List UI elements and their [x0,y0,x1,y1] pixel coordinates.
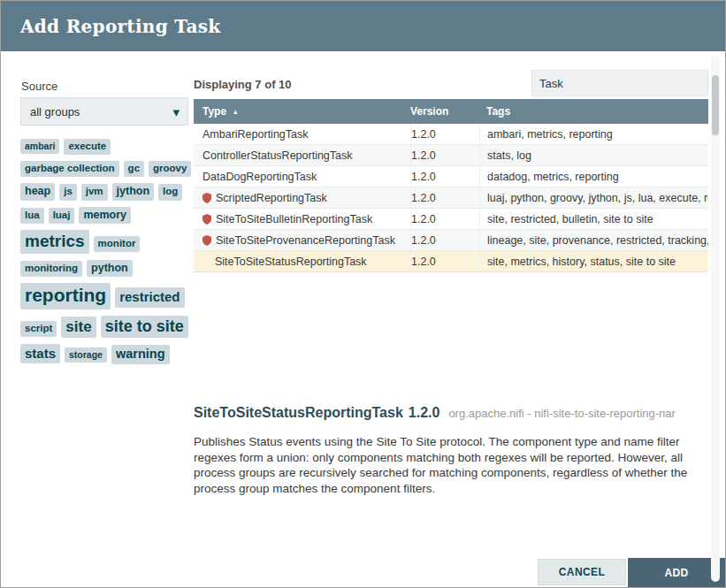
dialog-title: Add Reporting Task [20,16,220,37]
tag-cloud-tag[interactable]: memory [79,207,131,224]
column-header-tags: Tags [479,105,708,118]
type-cell: SiteToSiteStatusReportingTask [194,251,410,271]
tag-cloud-tag[interactable]: stats [20,344,60,363]
selected-group-label: all groups [30,105,80,118]
add-reporting-task-dialog: Add Reporting Task Source all groups ▾ a… [0,0,726,588]
tag-cloud-tag[interactable]: python [87,260,133,277]
type-name: SiteToSiteBulletinReportingTask [216,213,372,225]
table-row[interactable]: ScriptedReportingTask 1.2.0 luaj, python… [194,187,708,209]
tag-cloud-tag[interactable]: log [158,184,182,200]
version-cell: 1.2.0 [410,187,479,208]
tag-cloud-tag[interactable]: gc [124,161,144,177]
tag-cloud-tag[interactable]: warning [111,345,170,364]
tag-cloud-tag[interactable]: site to site [101,316,188,339]
tags-cell: stats, log [479,145,708,165]
detail-bundle: org.apache.nifi - nifi-site-to-site-repo… [448,407,676,420]
tag-cloud-tag[interactable]: metrics [20,230,89,254]
type-cell: AmbariReportingTask [194,124,410,144]
table-row[interactable]: AmbariReportingTask 1.2.0 ambari, metric… [194,124,708,145]
tag-cloud-tag[interactable]: groovy [149,161,191,177]
table-header: Type ▲ Version Tags [194,99,708,124]
chevron-down-icon: ▾ [172,105,180,118]
tag-cloud-tag[interactable]: reporting [20,283,111,309]
tag-cloud-tag[interactable]: jvm [81,184,108,200]
restricted-shield-icon [203,235,211,246]
tags-cell: luaj, python, groovy, jython, js, lua, e… [479,187,708,208]
type-name: AmbariReportingTask [203,128,309,141]
tags-cell: site, metrics, history, status, site to … [479,251,708,271]
type-name: SiteToSiteStatusReportingTask [215,256,367,268]
detail-description: Publishes Status events using the Site T… [194,434,712,496]
tag-cloud-tag[interactable]: monitor [94,236,141,252]
tag-cloud: ambari execute garbage collection gc gro… [20,139,194,364]
type-name: ScriptedReportingTask [216,192,327,204]
tag-cloud-tag[interactable]: storage [65,347,107,363]
version-cell: 1.2.0 [410,145,479,165]
displaying-count: Displaying 7 of 10 [194,78,292,91]
type-cell: ScriptedReportingTask [194,187,410,208]
version-cell: 1.2.0 [410,166,479,187]
type-cell: DataDogReportingTask [194,166,410,187]
detail-heading: SiteToSiteStatusReportingTask1.2.0org.ap… [194,405,676,421]
tag-cloud-tag[interactable]: lua [20,208,44,224]
table-row[interactable]: DataDogReportingTask 1.2.0 datadog, metr… [194,166,708,187]
tag-cloud-tag[interactable]: restricted [115,287,184,307]
scrollbar-track[interactable] [711,56,720,582]
version-cell: 1.2.0 [410,230,479,250]
source-group-select[interactable]: all groups ▾ [20,97,188,126]
type-name: SiteToSiteProvenanceReportingTask [216,234,395,247]
version-cell: 1.2.0 [410,209,479,229]
tag-cloud-tag[interactable]: ambari [20,139,59,154]
cancel-button[interactable]: CANCEL [538,559,626,585]
tags-cell: ambari, metrics, reporting [479,124,708,144]
restricted-shield-icon [203,193,211,203]
type-cell: ControllerStatusReportingTask [194,145,410,165]
tag-cloud-tag[interactable]: script [20,321,57,337]
table-row-selected[interactable]: SiteToSiteStatusReportingTask 1.2.0 site… [194,251,708,272]
table-row[interactable]: SiteToSiteProvenanceReportingTask 1.2.0 … [194,230,708,251]
tag-cloud-tag[interactable]: heap [20,183,55,200]
scrollbar-thumb[interactable] [712,75,719,135]
tags-cell: lineage, site, provenance, restricted, t… [479,230,708,250]
source-label: Source [21,80,57,93]
tag-cloud-tag[interactable]: garbage collection [20,161,119,177]
detail-component-version: 1.2.0 [409,405,440,420]
type-cell: SiteToSiteProvenanceReportingTask [194,230,410,250]
detail-component-name: SiteToSiteStatusReportingTask [194,405,403,420]
type-name: DataDogReportingTask [203,171,317,183]
tag-cloud-tag[interactable]: execute [64,139,111,155]
tag-cloud-tag[interactable]: monitoring [20,261,82,277]
tag-cloud-tag[interactable]: jython [112,183,155,200]
tags-cell: site, restricted, bulletin, site to site [479,209,708,229]
tag-cloud-tag[interactable]: luaj [49,208,75,224]
column-header-type[interactable]: Type ▲ [194,105,410,118]
tag-cloud-tag[interactable]: site [61,317,96,339]
table-row[interactable]: SiteToSiteBulletinReportingTask 1.2.0 si… [194,209,708,230]
type-name: ControllerStatusReportingTask [203,149,353,162]
restricted-shield-icon [203,214,211,225]
filter-input[interactable] [531,70,708,96]
table-row[interactable]: ControllerStatusReportingTask 1.2.0 stat… [194,145,708,166]
types-table: Type ▲ Version Tags AmbariReportingTask … [194,99,708,272]
tag-cloud-tag[interactable]: js [59,184,77,200]
tags-cell: datadog, metrics, reporting [479,166,708,187]
sort-ascending-icon: ▲ [232,108,239,116]
dialog-header: Add Reporting Task [1,1,725,51]
version-cell: 1.2.0 [410,124,479,144]
column-header-version[interactable]: Version [410,105,479,118]
column-header-type-label: Type [203,105,226,118]
type-cell: SiteToSiteBulletinReportingTask [194,209,410,229]
version-cell: 1.2.0 [410,251,479,271]
